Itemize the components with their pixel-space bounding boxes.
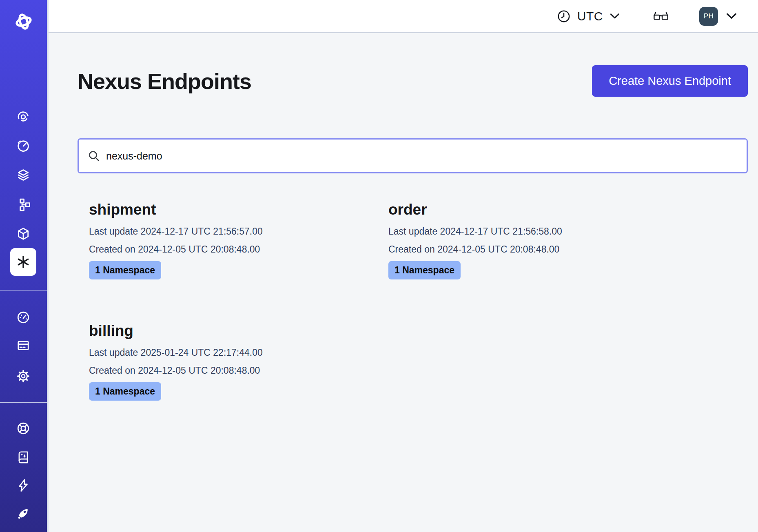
labs-toggle[interactable] bbox=[653, 11, 669, 22]
sidebar-divider bbox=[0, 402, 47, 403]
lightning-icon bbox=[16, 479, 30, 492]
sidebar-item-namespaces[interactable] bbox=[12, 222, 35, 245]
search-icon bbox=[88, 150, 100, 162]
clock-icon bbox=[557, 9, 571, 23]
credit-card-icon bbox=[16, 339, 30, 352]
endpoint-created: Created on 2024-12-05 UTC 20:08:48.00 bbox=[89, 361, 388, 379]
endpoint-name: shipment bbox=[89, 200, 388, 219]
namespace-count-badge: 1 Namespace bbox=[388, 261, 461, 279]
temporal-logo-icon bbox=[13, 11, 34, 32]
endpoint-last-update: Last update 2025-01-24 UTC 22:17:44.00 bbox=[89, 344, 388, 361]
sidebar-item-feedback[interactable] bbox=[12, 474, 35, 497]
sidebar-item-getting-started[interactable] bbox=[12, 502, 35, 525]
sidebar-item-batch-operations[interactable] bbox=[12, 164, 35, 186]
endpoint-card[interactable]: order Last update 2024-12-17 UTC 21:56:5… bbox=[388, 200, 688, 279]
page-title: Nexus Endpoints bbox=[78, 69, 251, 94]
cube-icon bbox=[16, 227, 30, 241]
node-tree-icon bbox=[16, 198, 30, 212]
sidebar-item-schedules[interactable] bbox=[12, 135, 35, 157]
create-nexus-endpoint-button[interactable]: Create Nexus Endpoint bbox=[592, 65, 748, 97]
timezone-selector[interactable]: UTC bbox=[557, 9, 620, 23]
endpoint-list: shipment Last update 2024-12-17 UTC 21:5… bbox=[78, 200, 748, 401]
sidebar-item-docs[interactable] bbox=[12, 446, 35, 469]
lifebuoy-icon bbox=[16, 421, 30, 435]
right-column: UTC PH bbox=[49, 0, 758, 532]
chevron-down-icon bbox=[726, 13, 737, 20]
temporal-logo[interactable] bbox=[13, 11, 34, 32]
endpoint-name: billing bbox=[89, 321, 388, 340]
sidebar-item-billing[interactable] bbox=[12, 334, 35, 357]
sidebar-item-settings[interactable] bbox=[12, 365, 35, 388]
endpoint-last-update: Last update 2024-12-17 UTC 21:56:57.00 bbox=[89, 222, 388, 240]
search-input[interactable] bbox=[106, 150, 738, 162]
endpoint-name: order bbox=[388, 200, 688, 219]
sidebar-item-deployments[interactable] bbox=[12, 193, 35, 216]
endpoint-created: Created on 2024-12-05 UTC 20:08:48.00 bbox=[388, 240, 688, 258]
timezone-label: UTC bbox=[577, 9, 603, 23]
avatar: PH bbox=[699, 7, 718, 26]
sidebar-item-nexus[interactable] bbox=[10, 248, 36, 276]
topbar: UTC PH bbox=[49, 0, 758, 33]
sidebar-divider bbox=[0, 290, 47, 290]
glasses-icon bbox=[653, 11, 669, 22]
search-input-wrapper bbox=[78, 138, 748, 173]
sidebar bbox=[0, 0, 49, 532]
namespace-count-badge: 1 Namespace bbox=[89, 382, 161, 401]
gear-icon bbox=[16, 369, 30, 383]
spiral-eye-icon bbox=[16, 110, 30, 124]
account-menu[interactable]: PH bbox=[699, 7, 737, 26]
endpoint-card[interactable]: billing Last update 2025-01-24 UTC 22:17… bbox=[89, 321, 388, 401]
sidebar-item-usage[interactable] bbox=[12, 306, 35, 329]
layers-icon bbox=[16, 168, 30, 182]
asterisk-icon bbox=[16, 255, 31, 269]
gauge-icon bbox=[16, 310, 30, 324]
namespace-count-badge: 1 Namespace bbox=[89, 261, 161, 279]
page-header: Nexus Endpoints Create Nexus Endpoint bbox=[78, 65, 748, 97]
endpoint-card[interactable]: shipment Last update 2024-12-17 UTC 21:5… bbox=[89, 200, 388, 279]
main-area: Nexus Endpoints Create Nexus Endpoint sh… bbox=[49, 33, 758, 532]
book-sparkles-icon bbox=[16, 450, 30, 464]
sidebar-item-support[interactable] bbox=[12, 417, 35, 440]
endpoint-last-update: Last update 2024-12-17 UTC 21:56:58.00 bbox=[388, 222, 688, 240]
timer-icon bbox=[16, 139, 30, 153]
endpoint-created: Created on 2024-12-05 UTC 20:08:48.00 bbox=[89, 240, 388, 258]
rocket-icon bbox=[16, 507, 30, 521]
sidebar-item-workflows[interactable] bbox=[12, 105, 35, 128]
chevron-down-icon bbox=[610, 13, 620, 19]
